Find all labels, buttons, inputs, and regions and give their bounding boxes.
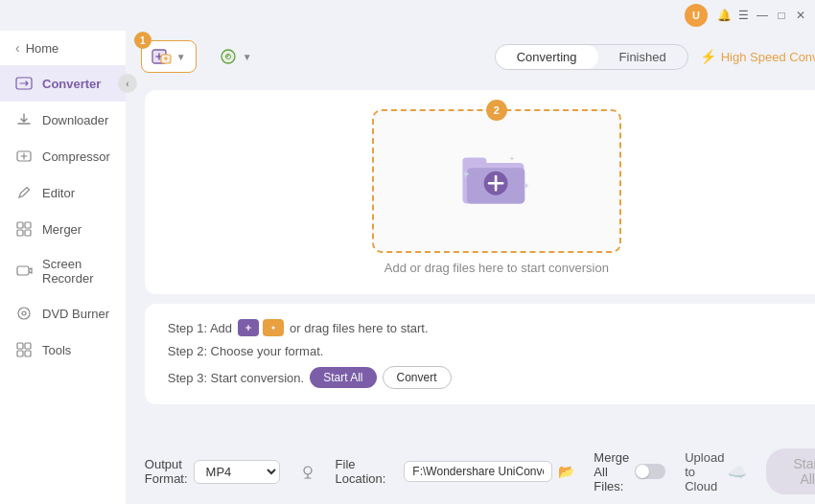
start-all-button[interactable]: Start All xyxy=(766,448,815,494)
cloud-icon: ☁️ xyxy=(728,463,747,481)
merger-icon xyxy=(15,220,33,238)
sidebar-item-downloader[interactable]: Downloader xyxy=(0,102,126,138)
tab-group: Converting Finished xyxy=(495,44,688,70)
convert-mini-button[interactable]: Convert xyxy=(383,366,452,389)
screen-recorder-icon xyxy=(15,263,33,280)
svg-rect-12 xyxy=(25,351,31,356)
svg-rect-2 xyxy=(17,222,23,228)
svg-rect-10 xyxy=(25,343,31,349)
sidebar-item-converter-label: Converter xyxy=(42,77,101,91)
upload-to-cloud-field[interactable]: Upload to Cloud ☁️ xyxy=(685,450,747,493)
svg-rect-6 xyxy=(17,266,29,275)
sidebar-item-merger[interactable]: Merger xyxy=(0,211,126,247)
add-file-icon xyxy=(151,47,173,66)
editor-icon xyxy=(15,184,33,201)
back-arrow-icon: ‹ xyxy=(15,40,20,56)
sidebar-item-merger-label: Merger xyxy=(42,222,82,237)
converter-icon xyxy=(15,75,33,92)
merge-all-label: Merge All Files: xyxy=(594,450,629,493)
back-home[interactable]: ‹ Home xyxy=(0,31,126,65)
svg-rect-18 xyxy=(462,158,486,169)
svg-point-26 xyxy=(272,327,275,330)
drop-zone-badge: 2 xyxy=(486,100,507,121)
sidebar-item-tools[interactable]: Tools xyxy=(0,332,126,368)
location-icon xyxy=(299,463,316,480)
back-label: Home xyxy=(26,41,59,56)
sidebar-item-converter[interactable]: Converter ‹ xyxy=(0,65,126,102)
file-location-input[interactable] xyxy=(404,461,552,482)
steps-box: Step 1: Add or dra xyxy=(145,304,815,404)
user-avatar[interactable]: U xyxy=(685,4,708,27)
add-file-button[interactable]: 1 ▼ xyxy=(141,40,197,73)
folder-illustration: ✦ ✦ ✦ xyxy=(458,144,535,211)
notification-icon[interactable]: 🔔 xyxy=(717,9,731,22)
sidebar-item-editor[interactable]: Editor xyxy=(0,174,126,211)
drop-zone-container: 2 ✦ ✦ ✦ xyxy=(145,90,815,294)
file-location-label: File Location: xyxy=(336,457,399,486)
svg-rect-9 xyxy=(17,343,23,349)
minimize-button[interactable]: — xyxy=(756,9,769,22)
main-content: 1 ▼ ▼ Converting Finished ⚡ High Speed C xyxy=(126,0,815,504)
svg-rect-5 xyxy=(25,230,31,236)
step-2-label: Step 2: Choose your format. xyxy=(168,344,324,358)
sidebar-item-screen-recorder[interactable]: Screen Recorder xyxy=(0,247,126,295)
lightning-icon: ⚡ xyxy=(700,49,716,64)
sidebar-item-editor-label: Editor xyxy=(42,186,75,200)
toggle-track[interactable] xyxy=(635,464,665,479)
svg-point-27 xyxy=(304,467,312,474)
sidebar-item-downloader-label: Downloader xyxy=(42,113,108,127)
step-1-suffix: or drag files here to start. xyxy=(290,321,429,335)
svg-text:✦: ✦ xyxy=(523,181,530,191)
svg-point-7 xyxy=(18,308,30,319)
step-1-icons xyxy=(238,319,284,336)
sidebar-collapse-btn[interactable]: ‹ xyxy=(118,74,137,93)
step-1-label: Step 1: Add xyxy=(168,321,232,335)
title-bar: U 🔔 ☰ — □ ✕ xyxy=(0,0,815,31)
cd-chevron-icon: ▼ xyxy=(243,52,252,62)
sidebar: ‹ Home Converter ‹ Downloader Com xyxy=(0,0,126,504)
close-button[interactable]: ✕ xyxy=(794,9,807,22)
output-format-field: Output Format: MP4 xyxy=(145,457,280,486)
tab-finished[interactable]: Finished xyxy=(598,45,687,69)
add-cd-small-icon xyxy=(263,319,284,336)
drop-zone[interactable]: 2 ✦ ✦ ✦ xyxy=(372,109,621,253)
svg-rect-11 xyxy=(17,351,23,356)
step-3-row: Step 3: Start conversion. Start All Conv… xyxy=(168,366,815,389)
tools-icon xyxy=(15,341,33,358)
compressor-icon xyxy=(15,148,33,165)
high-speed-label: High Speed Conversion xyxy=(721,50,815,64)
drop-zone-text: Add or drag files here to start conversi… xyxy=(384,261,609,275)
step-1-row: Step 1: Add or dra xyxy=(168,319,815,336)
toolbar: 1 ▼ ▼ Converting Finished ⚡ High Speed C xyxy=(126,31,815,82)
add-cd-icon xyxy=(218,47,239,66)
dvd-burner-icon xyxy=(15,305,33,322)
add-cd-button[interactable]: ▼ xyxy=(208,41,262,72)
output-format-label: Output Format: xyxy=(145,457,188,486)
sidebar-item-tools-label: Tools xyxy=(42,343,71,357)
file-location-field: File Location: 📂 xyxy=(336,457,575,486)
toggle-thumb xyxy=(636,465,649,478)
svg-rect-4 xyxy=(17,230,23,236)
content-area: 2 ✦ ✦ ✦ xyxy=(126,82,815,439)
maximize-button[interactable]: □ xyxy=(775,9,788,22)
menu-icon[interactable]: ☰ xyxy=(736,9,750,22)
sidebar-item-dvd-burner-label: DVD Burner xyxy=(42,307,109,321)
chevron-down-icon: ▼ xyxy=(176,52,186,62)
add-file-badge: 1 xyxy=(134,32,151,49)
step-3-label: Step 3: Start conversion. xyxy=(168,371,304,385)
merge-files-field: Merge All Files: xyxy=(594,450,665,493)
sidebar-item-compressor[interactable]: Compressor xyxy=(0,138,126,174)
sidebar-item-dvd-burner[interactable]: DVD Burner xyxy=(0,295,126,332)
downloader-icon xyxy=(15,111,33,128)
merge-toggle[interactable] xyxy=(635,464,665,479)
folder-open-icon[interactable]: 📂 xyxy=(558,464,574,479)
title-bar-controls: U 🔔 ☰ — □ ✕ xyxy=(685,4,807,27)
svg-text:✦: ✦ xyxy=(509,155,515,163)
output-format-select[interactable]: MP4 xyxy=(194,460,280,484)
add-file-small-icon xyxy=(238,319,259,336)
high-speed-button[interactable]: ⚡ High Speed Conversion xyxy=(700,49,815,64)
tab-converting[interactable]: Converting xyxy=(496,45,598,69)
sidebar-item-screen-recorder-label: Screen Recorder xyxy=(42,257,110,286)
bottom-bar: Output Format: MP4 File Location: 📂 Merg… xyxy=(126,439,815,504)
start-all-mini-button[interactable]: Start All xyxy=(310,367,376,388)
